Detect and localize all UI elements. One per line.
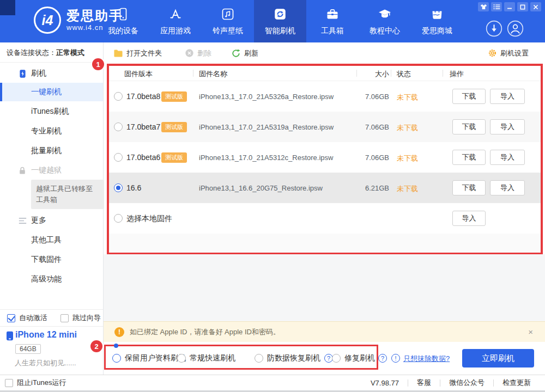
nav-my-device[interactable]: 我的设备 xyxy=(97,0,149,42)
table-row-local-firmware[interactable]: 选择本地固件 导入 xyxy=(109,203,541,234)
block-itunes-label: 阻止iTunes运行 xyxy=(17,378,66,388)
maximize-button[interactable] xyxy=(517,2,528,11)
sidebar-item-onekey-flash[interactable]: 一键刷机 xyxy=(0,83,103,101)
firmware-radio[interactable] xyxy=(114,183,123,192)
nav-label: 应用游戏 xyxy=(160,26,191,36)
app-version: V7.98.77 xyxy=(371,379,408,387)
flash-settings-button[interactable]: 刷机设置 xyxy=(488,48,529,58)
radio-circle[interactable] xyxy=(112,354,121,363)
radio-circle[interactable] xyxy=(255,354,263,363)
check-update-link[interactable]: 检查更新 xyxy=(494,378,531,388)
download-firmware-button[interactable]: 下载 xyxy=(452,180,486,195)
firmware-version: 17.0beta7 xyxy=(126,122,160,131)
import-firmware-button[interactable]: 导入 xyxy=(452,211,486,226)
refresh-label: 刷新 xyxy=(244,48,258,58)
download-manager-button[interactable] xyxy=(486,20,502,39)
menu-list-button[interactable] xyxy=(491,2,502,11)
skin-theme-button[interactable] xyxy=(478,2,489,11)
radio-normal-flash[interactable]: 常规快速刷机 xyxy=(177,342,235,375)
wechat-link[interactable]: 微信公众号 xyxy=(440,378,493,388)
table-row-selected[interactable]: 16.6 iPhone13,1_16.6_20G75_Restore.ipsw … xyxy=(109,173,541,203)
footer-links: V7.98.77 客服 微信公众号 检查更新 xyxy=(371,378,531,388)
firmware-status: 未下载 xyxy=(397,123,418,133)
sidebar-item-pro-flash[interactable]: 专业刷机 xyxy=(0,122,103,140)
warning-icon: ! xyxy=(114,327,124,337)
nav-apps-games[interactable]: 应用游戏 xyxy=(149,0,202,42)
sidebar-item-label: 一键刷机 xyxy=(31,87,62,97)
firmware-radio[interactable] xyxy=(114,122,123,131)
download-firmware-button[interactable]: 下载 xyxy=(452,119,486,134)
table-row[interactable]: 17.0beta8 测试版 iPhone13,1_17.0_21A5326a_R… xyxy=(109,81,541,112)
nav-store[interactable]: 爱思商城 xyxy=(411,0,463,42)
minimize-button[interactable] xyxy=(504,2,515,11)
radio-circle[interactable] xyxy=(177,354,186,363)
radio-circle[interactable] xyxy=(332,354,341,363)
radio-label: 防数据恢复刷机 xyxy=(267,353,320,363)
nav-toolbox[interactable]: 工具箱 xyxy=(306,0,359,42)
sidebar-item-download-firmware[interactable]: 下载固件 xyxy=(0,250,103,269)
sidebar-group-flash[interactable]: 刷机 xyxy=(0,64,103,83)
sidebar-item-label: 其他工具 xyxy=(31,235,62,245)
import-firmware-button[interactable]: 导入 xyxy=(490,180,525,195)
auto-activate-checkbox[interactable] xyxy=(7,314,15,322)
sidebar-group-more[interactable]: 更多 xyxy=(0,211,103,230)
alert-icon[interactable]: ! xyxy=(391,354,400,363)
user-account-button[interactable] xyxy=(507,20,524,39)
radio-anti-recovery-flash[interactable]: 防数据恢复刷机 ? xyxy=(255,342,333,375)
download-firmware-button[interactable]: 下载 xyxy=(452,150,486,165)
repair-help[interactable]: ? xyxy=(378,342,387,375)
refresh-button[interactable]: 刷新 xyxy=(231,48,258,58)
block-itunes-checkbox[interactable] xyxy=(5,379,13,387)
radio-repair-flash[interactable]: 修复刷机 xyxy=(332,342,375,375)
annotation-badge-2: 2 xyxy=(90,340,102,352)
sidebar-item-other-tools[interactable]: 其他工具 xyxy=(0,231,103,249)
nav-label: 我的设备 xyxy=(108,26,138,36)
skip-wizard-checkbox[interactable] xyxy=(60,314,69,322)
firmware-version: 选择本地固件 xyxy=(126,214,172,224)
firmware-radio[interactable] xyxy=(114,92,123,101)
sidebar-item-itunes-flash[interactable]: iTunes刷机 xyxy=(0,102,103,121)
nav-label: 教程中心 xyxy=(370,26,400,36)
nav-label: 铃声壁纸 xyxy=(213,26,243,36)
beta-badge: 测试版 xyxy=(161,152,187,163)
refresh-square-icon xyxy=(272,7,288,22)
apple-id-notice: ! 如已绑定 Apple ID，请准备好 Apple ID和密码。 × xyxy=(104,321,545,342)
table-row[interactable]: 17.0beta6 测试版 iPhone13,1_17.0_21A5312c_R… xyxy=(109,142,541,173)
support-link[interactable]: 客服 xyxy=(408,378,440,388)
import-firmware-button[interactable]: 导入 xyxy=(490,119,525,134)
auto-activate-label: 自动激活 xyxy=(19,313,47,323)
firmware-status: 未下载 xyxy=(397,184,418,194)
open-folder-button[interactable]: 打开文件夹 xyxy=(113,48,162,58)
radio-keep-user-data[interactable]: 保留用户资料刷机 xyxy=(112,342,186,375)
firmware-size: 7.06GB xyxy=(351,93,389,101)
sidebar-item-batch-flash[interactable]: 批量刷机 xyxy=(0,142,103,160)
table-header: 固件版本 固件名称 大小 状态 操作 xyxy=(109,66,541,81)
close-button[interactable] xyxy=(530,2,541,11)
sidebar-checkboxes: 自动激活 跳过向导 xyxy=(0,309,103,327)
delete-button[interactable]: 删除 xyxy=(185,48,211,58)
repair-warning[interactable]: ! xyxy=(391,342,400,375)
import-firmware-button[interactable]: 导入 xyxy=(490,150,525,165)
erase-data-link[interactable]: 只想抹除数据? xyxy=(403,354,450,364)
firmware-toolbar: 打开文件夹 删除 刷新 刷机设置 xyxy=(104,42,545,64)
firmware-radio[interactable] xyxy=(114,153,123,162)
flash-now-button[interactable]: 立即刷机 xyxy=(462,349,534,367)
firmware-status: 未下载 xyxy=(397,154,418,163)
nav-tutorials[interactable]: 教程中心 xyxy=(359,0,411,42)
nav-ringtones[interactable]: 铃声壁纸 xyxy=(202,0,254,42)
app-window: i4 爱思助手 www.i4.cn 我的设备 应用游戏 xyxy=(0,0,545,392)
help-icon[interactable]: ? xyxy=(378,354,387,363)
nav-label: 爱思商城 xyxy=(422,26,452,36)
shirt-icon xyxy=(480,4,487,10)
firmware-radio[interactable] xyxy=(114,214,123,223)
table-row[interactable]: 17.0beta7 测试版 iPhone13,1_17.0_21A5319a_R… xyxy=(109,112,541,142)
firmware-status: 未下载 xyxy=(397,93,418,102)
notice-close-icon[interactable]: × xyxy=(528,327,533,336)
toolbox-icon xyxy=(325,7,340,22)
radio-label: 修复刷机 xyxy=(344,353,375,363)
import-firmware-button[interactable]: 导入 xyxy=(490,89,525,104)
sidebar-item-advanced[interactable]: 高级功能 xyxy=(0,270,103,289)
jailbreak-moved-note: 越狱工具已转移至工具箱 xyxy=(31,180,104,209)
nav-smart-flash[interactable]: 智能刷机 xyxy=(254,0,306,42)
download-firmware-button[interactable]: 下载 xyxy=(452,89,486,104)
